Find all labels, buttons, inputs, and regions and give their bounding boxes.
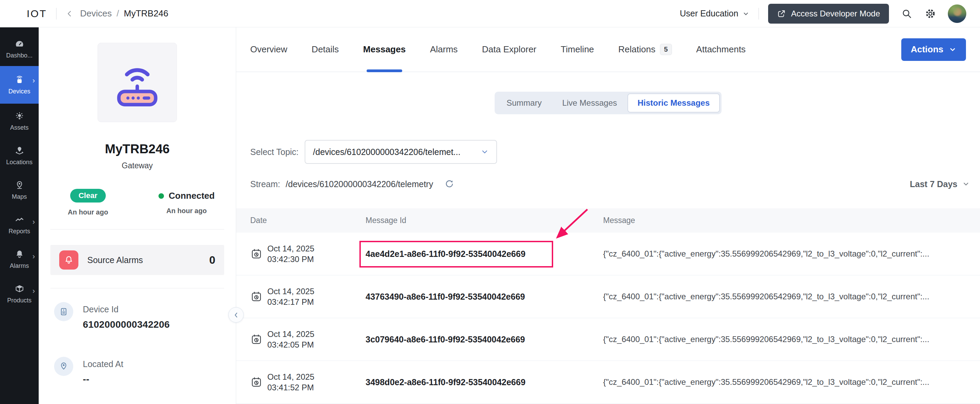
message-subtabs-row: Summary Live Messages Historic Messages (236, 92, 980, 114)
device-status-row: Clear An hour ago Connected An hour ago (39, 189, 236, 216)
sidebar-item-dashboards[interactable]: Dashbo... (0, 32, 39, 66)
sidebar-item-devices[interactable]: › Devices (0, 66, 39, 104)
assets-bulb-icon (14, 111, 25, 121)
products-box-icon (14, 284, 25, 294)
sidebar-item-products[interactable]: › Products (0, 276, 39, 311)
alarm-state-updated: An hour ago (68, 208, 108, 216)
search-icon[interactable] (901, 8, 912, 19)
tab-alarms[interactable]: Alarms (430, 27, 458, 71)
location-pin-icon (54, 357, 73, 376)
user-menu[interactable]: User Education (680, 9, 749, 19)
date-cell: Oct 14, 2025 03:42:05 PM (250, 329, 366, 350)
tab-overview[interactable]: Overview (250, 27, 287, 71)
maps-pin-icon (14, 180, 25, 190)
sidebar-item-maps[interactable]: Maps (0, 173, 39, 207)
field-device-id: Device Id 6102000000342206 (54, 302, 236, 330)
time-range-value: Last 7 Days (910, 179, 958, 189)
device-name: MyTRB246 (39, 142, 236, 156)
topbar-right: User Education Access Developer Mode (680, 4, 966, 24)
locations-icon (14, 146, 25, 156)
access-developer-mode-button[interactable]: Access Developer Mode (768, 4, 889, 24)
table-header: Date Message Id Message (236, 208, 980, 233)
table-row[interactable]: Oct 14, 2025 03:42:05 PM 3c079640-a8e6-1… (236, 318, 980, 361)
sidebar-item-locations[interactable]: Locations (0, 138, 39, 173)
sidebar-item-assets[interactable]: Assets (0, 104, 39, 138)
tab-relations[interactable]: Relations 5 (618, 27, 672, 71)
connection-state-col: Connected An hour ago (137, 189, 236, 216)
topic-select-value: /devices/6102000000342206/telemet... (313, 147, 460, 157)
table-row[interactable]: Oct 14, 2025 03:41:52 PM 3498d0e2-a8e6-1… (236, 361, 980, 404)
sidebar-item-label: Devices (8, 88, 30, 95)
breadcrumb-parent[interactable]: Devices (80, 8, 111, 19)
breadcrumb-separator: / (116, 8, 119, 19)
connection-state-label: Connected (169, 190, 215, 201)
device-image (97, 43, 177, 122)
select-topic-row: Select Topic: /devices/6102000000342206/… (250, 140, 980, 164)
subtab-historic-messages[interactable]: Historic Messages (627, 93, 720, 112)
sidebar-item-label: Maps (12, 193, 27, 200)
device-type: Gateway (39, 161, 236, 170)
table-row[interactable]: Oct 14, 2025 03:42:17 PM 43763490-a8e6-1… (236, 276, 980, 318)
main-content: Overview Details Messages Alarms Data Ex… (236, 27, 980, 404)
tab-data-explorer[interactable]: Data Explorer (482, 27, 536, 71)
sidebar-item-label: Reports (8, 228, 30, 235)
select-topic-label: Select Topic: (250, 147, 299, 157)
device-summary-panel: MyTRB246 Gateway Clear An hour ago Conne… (39, 27, 236, 404)
calendar-clock-icon (250, 333, 262, 345)
tab-details[interactable]: Details (312, 27, 339, 71)
message-id-cell: 3c079640-a8e6-11f0-9f92-53540042e669 (366, 334, 603, 344)
breadcrumb: Devices / MyTRB246 (80, 8, 169, 19)
subtab-summary[interactable]: Summary (496, 93, 552, 112)
router-illustration-icon (111, 57, 163, 108)
developer-mode-label: Access Developer Mode (791, 9, 880, 19)
app-body: Dashbo... › Devices Assets Locations M (0, 27, 980, 404)
user-menu-label: User Education (680, 9, 738, 19)
sidebar-item-reports[interactable]: › Reports (0, 207, 39, 242)
sidebar-item-label: Alarms (10, 262, 29, 269)
field-label: Located At (83, 359, 123, 369)
tab-timeline[interactable]: Timeline (561, 27, 594, 71)
stream-label: Stream: (250, 179, 280, 189)
topic-select-dropdown[interactable]: /devices/6102000000342206/telemet... (305, 140, 497, 164)
back-chevron-icon[interactable] (66, 10, 74, 18)
external-link-icon (777, 9, 786, 18)
source-alarms-row[interactable]: Source Alarms 0 (50, 245, 224, 275)
topbar: IOT Devices / MyTRB246 User Education Ac… (0, 0, 980, 27)
sidebar-item-alarms[interactable]: › Alarms (0, 242, 39, 276)
actions-button[interactable]: Actions (901, 38, 966, 61)
devices-icon (14, 74, 25, 85)
app-logo: IOT (27, 8, 47, 19)
message-cell: {"cz_6400_01":{"active_energy":35.556999… (603, 292, 980, 301)
device-id-clipboard-icon (54, 302, 73, 321)
message-cell: {"cz_6400_01":{"active_energy":35.556999… (603, 249, 980, 258)
field-located-at: Located At -- (54, 357, 236, 385)
time-range-dropdown[interactable]: Last 7 Days (910, 179, 970, 189)
message-id-cell: 4ae4d2e1-a8e6-11f0-9f92-53540042e669 (366, 249, 603, 259)
sidebar: Dashbo... › Devices Assets Locations M (0, 27, 39, 404)
subtab-live-messages[interactable]: Live Messages (552, 93, 627, 112)
sidebar-item-label: Dashbo... (6, 52, 32, 59)
user-avatar[interactable] (948, 5, 966, 23)
calendar-clock-icon (250, 290, 262, 303)
refresh-icon[interactable] (444, 179, 454, 189)
table-row[interactable]: Oct 14, 2025 03:42:30 PM 4ae4d2e1-a8e6-1… (236, 233, 980, 276)
message-id-cell: 43763490-a8e6-11f0-9f92-53540042e669 (366, 292, 603, 302)
chevron-down-icon (743, 10, 749, 17)
calendar-clock-icon (250, 248, 262, 260)
panel-divider (50, 229, 224, 230)
collapse-panel-button[interactable] (228, 307, 244, 323)
column-header-message: Message (603, 216, 980, 225)
chevron-right-icon: › (32, 287, 35, 295)
tab-attachments[interactable]: Attachments (696, 27, 746, 71)
settings-gear-icon[interactable] (924, 8, 936, 19)
sidebar-item-label: Assets (10, 124, 29, 131)
column-header-date: Date (250, 216, 366, 225)
alarms-bell-icon (14, 249, 25, 259)
connection-updated: An hour ago (166, 207, 207, 215)
panel-divider (50, 288, 224, 288)
connected-dot-icon (159, 193, 164, 199)
topbar-divider (759, 8, 759, 19)
located-at-value: -- (83, 374, 123, 385)
actions-label: Actions (911, 44, 943, 55)
tab-messages[interactable]: Messages (363, 27, 406, 71)
